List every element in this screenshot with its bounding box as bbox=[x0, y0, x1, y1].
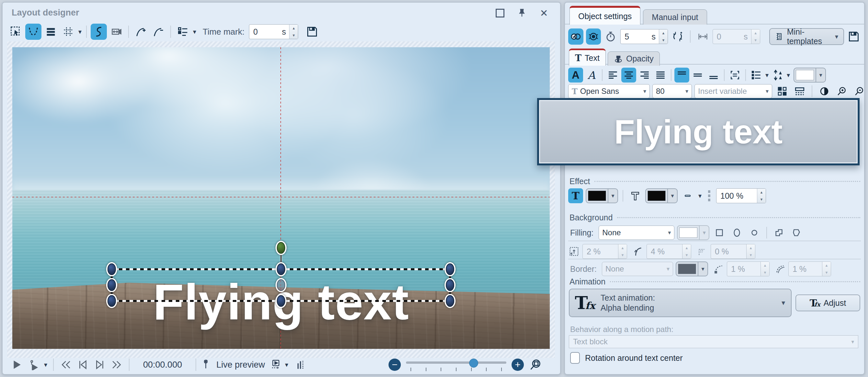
align-center-button[interactable] bbox=[621, 68, 636, 83]
justify-button[interactable] bbox=[653, 68, 668, 83]
handle-middle-left[interactable] bbox=[107, 279, 116, 291]
rotation-handle[interactable] bbox=[277, 242, 285, 254]
time-mark-input[interactable]: 0 s ▲▼ bbox=[249, 24, 298, 39]
handle-top-right[interactable] bbox=[446, 263, 454, 275]
zoom-in-text-button[interactable] bbox=[834, 84, 849, 99]
close-button[interactable]: ✕ bbox=[537, 6, 551, 20]
text-effect-button[interactable] bbox=[680, 188, 695, 203]
tab-opacity[interactable]: Opacity bbox=[608, 52, 660, 66]
italic-button[interactable]: A bbox=[584, 68, 599, 83]
object-list-button[interactable] bbox=[175, 24, 191, 40]
zoom-fit-icon[interactable] bbox=[529, 358, 542, 371]
handle-bottom-center[interactable] bbox=[277, 295, 285, 307]
tab-object-settings[interactable]: Object settings bbox=[569, 6, 641, 25]
tab-manual-input[interactable]: Manual input bbox=[643, 9, 707, 25]
text-fill-toggle[interactable]: T bbox=[568, 188, 583, 203]
border-color-picker[interactable]: ▾ bbox=[676, 261, 708, 276]
list-style-button[interactable] bbox=[749, 68, 764, 83]
tab-text[interactable]: T Text bbox=[569, 49, 606, 66]
statistics-icon[interactable] bbox=[294, 359, 306, 370]
play-options-arrow[interactable]: ▾ bbox=[44, 361, 47, 369]
paragraph-settings-button[interactable] bbox=[792, 84, 807, 99]
link-duration-toggle[interactable] bbox=[568, 29, 583, 45]
duration-spinner[interactable]: ▲▼ bbox=[659, 29, 668, 44]
text-outline-toggle[interactable] bbox=[628, 188, 643, 203]
align-right-button[interactable] bbox=[637, 68, 652, 83]
grid-dropdown-arrow[interactable]: ▾ bbox=[79, 28, 82, 36]
skip-end-button[interactable] bbox=[93, 357, 107, 372]
duration-value[interactable]: 5 bbox=[621, 29, 651, 44]
zoom-slider-track[interactable] bbox=[406, 362, 506, 364]
shape-ellipse-button[interactable] bbox=[730, 225, 744, 240]
handle-center[interactable] bbox=[277, 279, 285, 291]
line-spacing-button[interactable] bbox=[770, 68, 785, 83]
handle-top-left[interactable] bbox=[107, 263, 116, 275]
object-list-dropdown-arrow[interactable]: ▾ bbox=[193, 28, 196, 36]
time-mark-spinner[interactable]: ▲▼ bbox=[289, 25, 298, 39]
handle-top-center[interactable] bbox=[277, 263, 285, 275]
font-color-arrow[interactable]: ▾ bbox=[815, 68, 825, 82]
bold-button[interactable]: A bbox=[568, 68, 583, 83]
camera-pan-button[interactable] bbox=[108, 24, 124, 40]
play-from-marker-button[interactable] bbox=[27, 357, 41, 372]
font-color-picker[interactable]: ▾ bbox=[794, 68, 826, 83]
live-preview-label[interactable]: Live preview bbox=[216, 360, 265, 370]
auto-duration-button[interactable] bbox=[671, 29, 685, 44]
shape-rectangle-button[interactable] bbox=[712, 225, 727, 240]
mini-templates-button[interactable]: Mini-templates ▾ bbox=[769, 28, 844, 45]
text-outline-color-picker[interactable]: ▾ bbox=[645, 188, 678, 203]
text-fill-swatch[interactable] bbox=[588, 191, 606, 201]
handle-bottom-right[interactable] bbox=[446, 295, 454, 307]
preview-window-icon[interactable] bbox=[270, 359, 282, 371]
insert-variable-select[interactable]: Insert variable ▾ bbox=[694, 84, 772, 98]
text-effect-arrow[interactable]: ▾ bbox=[699, 192, 702, 200]
zoom-out-button[interactable]: − bbox=[389, 358, 401, 371]
text-fill-color-picker[interactable]: ▾ bbox=[586, 188, 618, 203]
shape-circle-button[interactable] bbox=[747, 225, 762, 240]
text-editor-preview[interactable]: Flying text bbox=[537, 98, 860, 165]
preview-text[interactable]: Flying text bbox=[614, 113, 782, 151]
save-object-button[interactable] bbox=[847, 29, 861, 44]
font-color-swatch[interactable] bbox=[796, 70, 814, 80]
valign-bottom-button[interactable] bbox=[706, 68, 721, 83]
align-left-button[interactable] bbox=[606, 68, 620, 83]
effect-opacity-input[interactable]: 100 % ▲▼ bbox=[716, 188, 766, 203]
text-animation-select[interactable]: Tfx Text animation: Alpha blending ▾ bbox=[569, 289, 792, 317]
maximize-button[interactable] bbox=[493, 6, 507, 20]
curve-tool-button[interactable] bbox=[91, 24, 107, 40]
selection-box[interactable] bbox=[112, 269, 450, 301]
text-outline-swatch[interactable] bbox=[648, 191, 665, 201]
line-spacing-arrow[interactable]: ▾ bbox=[787, 71, 790, 79]
duration-stopwatch-button[interactable] bbox=[603, 29, 618, 44]
rewind-button[interactable] bbox=[59, 357, 73, 372]
layers-button[interactable] bbox=[43, 24, 59, 40]
list-style-arrow[interactable]: ▾ bbox=[765, 71, 769, 79]
font-size-select[interactable]: 80 ▾ bbox=[652, 84, 692, 98]
handle-bottom-left[interactable] bbox=[107, 295, 116, 307]
grid-button[interactable] bbox=[60, 24, 76, 40]
layout-canvas[interactable]: Flying text bbox=[12, 47, 550, 349]
adjust-animation-button[interactable]: Tfx Adjust bbox=[796, 294, 860, 311]
font-family-select[interactable]: T Open Sans ▾ bbox=[568, 84, 650, 98]
zoom-slider-thumb[interactable] bbox=[469, 358, 478, 368]
handle-middle-right[interactable] bbox=[446, 279, 454, 291]
duration-input[interactable]: 5 s ▲▼ bbox=[620, 29, 668, 44]
motion-path-tool-button[interactable] bbox=[25, 24, 41, 40]
remove-curve-point-button[interactable] bbox=[150, 24, 166, 40]
valign-top-button[interactable] bbox=[674, 68, 689, 83]
character-map-button[interactable] bbox=[775, 84, 789, 99]
time-mark-value[interactable]: 0 bbox=[249, 25, 282, 39]
rotation-checkbox[interactable] bbox=[570, 352, 580, 364]
shape-custom2-button[interactable] bbox=[789, 225, 804, 240]
zoom-slider[interactable] bbox=[406, 357, 506, 372]
contrast-button[interactable] bbox=[817, 84, 832, 99]
filling-select[interactable]: None ▾ bbox=[599, 225, 674, 240]
zoom-out-text-button[interactable] bbox=[852, 84, 867, 99]
save-time-mark-button[interactable] bbox=[304, 24, 320, 40]
visibility-toggle[interactable] bbox=[586, 29, 601, 45]
valign-middle-button[interactable] bbox=[690, 68, 705, 83]
skip-start-button[interactable] bbox=[76, 357, 90, 372]
shape-custom1-button[interactable] bbox=[772, 225, 786, 240]
preview-options-arrow[interactable]: ▾ bbox=[285, 361, 288, 369]
pin-button[interactable] bbox=[515, 6, 529, 20]
